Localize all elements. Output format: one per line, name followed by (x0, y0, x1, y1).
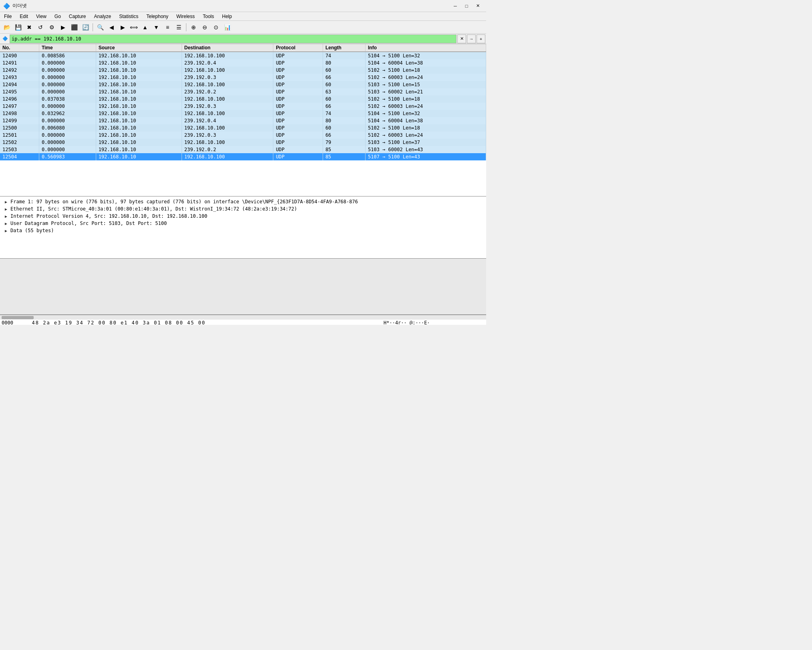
list-button[interactable]: ☰ (174, 22, 184, 32)
ip-detail-text: Internet Protocol Version 4, Src: 192.16… (10, 213, 207, 219)
table-row[interactable]: 124970.000000192.168.10.10239.192.0.3UDP… (0, 103, 486, 110)
frame-detail-row[interactable]: ▶ Frame 1: 97 bytes on wire (776 bits), … (0, 198, 486, 205)
capture-options-button[interactable]: ⚙ (46, 22, 57, 32)
col-info: Info (366, 44, 486, 52)
ip-expand-icon: ▶ (3, 213, 9, 219)
hex-pane: 000048 2a e3 19 34 72 00 80 e1 40 3a 01 … (0, 320, 486, 325)
close-file-button[interactable]: ✖ (24, 22, 34, 32)
menu-tools[interactable]: Tools (199, 13, 218, 20)
table-row[interactable]: 124980.032962192.168.10.10192.168.10.100… (0, 110, 486, 117)
data-detail-text: Data (55 bytes) (10, 228, 54, 233)
table-row[interactable]: 125010.000000192.168.10.10239.192.0.3UDP… (0, 132, 486, 139)
table-row[interactable]: 125020.000000192.168.10.10192.168.10.100… (0, 139, 486, 146)
ethernet-expand-icon: ▶ (3, 206, 9, 212)
toolbar-separator-1 (93, 23, 93, 31)
col-source: Source (96, 44, 182, 52)
menu-go[interactable]: Go (50, 13, 65, 20)
menu-telephony[interactable]: Telephony (142, 13, 172, 20)
data-detail-row[interactable]: ▶ Data (55 bytes) (0, 227, 486, 234)
filter-add-button[interactable]: + (477, 34, 485, 43)
menu-view[interactable]: View (32, 13, 50, 20)
table-row[interactable]: 124990.000000192.168.10.10239.192.0.4UDP… (0, 117, 486, 124)
table-row[interactable]: 124900.008586192.168.10.10192.168.10.100… (0, 52, 486, 59)
find-packet-button[interactable]: 🔍 (95, 22, 105, 32)
filter-apply-button[interactable]: → (467, 34, 476, 43)
window-controls: ─ □ ✕ (450, 2, 483, 10)
table-row[interactable]: 124940.000000192.168.10.10192.168.10.100… (0, 81, 486, 88)
udp-detail-text: User Datagram Protocol, Src Port: 5103, … (10, 221, 167, 226)
table-row[interactable]: 124910.000000192.168.10.10239.192.0.4UDP… (0, 59, 486, 67)
start-capture-button[interactable]: ▶ (58, 22, 68, 32)
hex-table: 000048 2a e3 19 34 72 00 80 e1 40 3a 01 … (0, 320, 486, 325)
prev-packet-button[interactable]: ◀ (106, 22, 117, 32)
close-button[interactable]: ✕ (473, 2, 483, 10)
window-title: 이더넷 (12, 2, 450, 9)
menu-wireless[interactable]: Wireless (172, 13, 199, 20)
frame-detail-text: Frame 1: 97 bytes on wire (776 bits), 97… (10, 199, 358, 205)
graph-button[interactable]: 📊 (222, 22, 232, 32)
menu-file[interactable]: File (0, 13, 16, 20)
restart-capture-button[interactable]: 🔄 (80, 22, 91, 32)
col-no: No. (0, 44, 39, 52)
packet-tbody: 124900.008586192.168.10.10192.168.10.100… (0, 52, 486, 160)
col-length: Length (323, 44, 365, 52)
zoom-out-button[interactable]: ⊖ (200, 22, 210, 32)
table-row[interactable]: 124950.000000192.168.10.10239.192.0.2UDP… (0, 88, 486, 95)
filter-buttons: ✕ → + (457, 34, 485, 43)
toolbar-separator-2 (186, 23, 186, 31)
filter-input[interactable]: ip.addr == 192.168.10.10 (10, 34, 456, 43)
title-bar: 🔷 이더넷 ─ □ ✕ (0, 0, 486, 12)
col-protocol: Protocol (273, 44, 323, 52)
menu-analyze[interactable]: Analyze (90, 13, 115, 20)
menu-statistics[interactable]: Statistics (115, 13, 142, 20)
zoom-reset-button[interactable]: ⊙ (211, 22, 221, 32)
save-button[interactable]: 💾 (13, 22, 23, 32)
filter-clear-button[interactable]: ✕ (457, 34, 466, 43)
open-button[interactable]: 📂 (2, 22, 12, 32)
table-header: No. Time Source Destination Protocol Len… (0, 44, 486, 52)
ethernet-detail-row[interactable]: ▶ Ethernet II, Src: STMicroe_40:3a:01 (0… (0, 205, 486, 213)
table-row[interactable]: 125000.006080192.168.10.10192.168.10.100… (0, 124, 486, 132)
filter-bar: 🔷 ip.addr == 192.168.10.10 ✕ → + (0, 34, 486, 44)
hex-offset: 0000 (0, 320, 30, 325)
menu-edit[interactable]: Edit (16, 13, 32, 20)
hex-horizontal-scrollbar[interactable] (0, 315, 486, 320)
toolbar: 📂 💾 ✖ ↺ ⚙ ▶ ⬛ 🔄 🔍 ◀ ▶ ⟺ ▲ ▼ ≡ ☰ ⊕ ⊖ ⊙ 📊 (0, 21, 486, 34)
minimize-button[interactable]: ─ (450, 2, 461, 10)
hex-tbody: 000048 2a e3 19 34 72 00 80 e1 40 3a 01 … (0, 320, 486, 325)
zoom-in-button[interactable]: ⊕ (188, 22, 199, 32)
app-icon: 🔷 (3, 3, 10, 9)
table-row[interactable]: 124920.000000192.168.10.10192.168.10.100… (0, 67, 486, 74)
filter-icon: 🔷 (2, 36, 8, 41)
ip-detail-row[interactable]: ▶ Internet Protocol Version 4, Src: 192.… (0, 213, 486, 220)
col-time: Time (39, 44, 96, 52)
scroll-down-button[interactable]: ▼ (151, 22, 162, 32)
scroll-up-button[interactable]: ▲ (140, 22, 150, 32)
ethernet-detail-text: Ethernet II, Src: STMicroe_40:3a:01 (00:… (10, 206, 297, 212)
udp-expand-icon: ▶ (3, 221, 9, 226)
hex-bytes: 48 2a e3 19 34 72 00 80 e1 40 3a 01 08 0… (30, 320, 382, 325)
maximize-button[interactable]: □ (461, 2, 472, 10)
table-row[interactable]: 125040.560983192.168.10.10192.168.10.100… (0, 153, 486, 160)
udp-detail-row[interactable]: ▶ User Datagram Protocol, Src Port: 5103… (0, 220, 486, 227)
menu-help[interactable]: Help (218, 13, 236, 20)
table-row[interactable]: 125030.000000192.168.10.10239.192.0.2UDP… (0, 146, 486, 153)
table-row[interactable]: 124930.000000192.168.10.10239.192.0.3UDP… (0, 74, 486, 81)
jump-button[interactable]: ⟺ (129, 22, 139, 32)
data-expand-icon: ▶ (3, 228, 9, 233)
frame-expand-icon: ▶ (3, 199, 9, 205)
packet-list-container[interactable]: No. Time Source Destination Protocol Len… (0, 44, 486, 196)
next-packet-button[interactable]: ▶ (117, 22, 128, 32)
stop-capture-button[interactable]: ⬛ (69, 22, 79, 32)
reload-button[interactable]: ↺ (35, 22, 46, 32)
empty-area (0, 259, 486, 315)
hex-scrollbar-thumb[interactable] (2, 316, 34, 319)
colorize-button[interactable]: ≡ (162, 22, 173, 32)
col-destination: Destination (182, 44, 273, 52)
table-row[interactable]: 124960.037038192.168.10.10192.168.10.100… (0, 95, 486, 103)
packet-table: No. Time Source Destination Protocol Len… (0, 44, 486, 160)
menu-capture[interactable]: Capture (65, 13, 90, 20)
detail-pane: ▶ Frame 1: 97 bytes on wire (776 bits), … (0, 196, 486, 259)
menu-bar: File Edit View Go Capture Analyze Statis… (0, 12, 486, 21)
hex-row: 000048 2a e3 19 34 72 00 80 e1 40 3a 01 … (0, 320, 486, 325)
